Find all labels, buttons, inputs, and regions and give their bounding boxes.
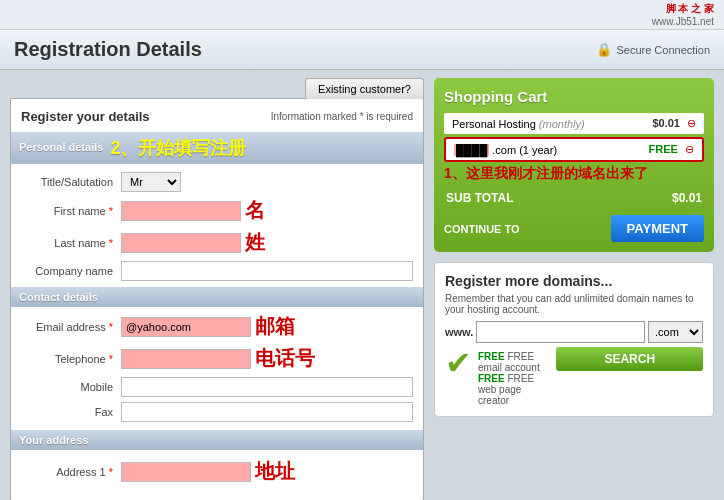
email-input[interactable] — [121, 317, 251, 337]
company-input[interactable] — [121, 261, 413, 281]
telephone-annotation: 电话号 — [255, 345, 315, 372]
personal-annotation: 2、开始填写注册 — [110, 138, 246, 158]
cart-item1-name: Personal Hosting (monthly) — [452, 118, 585, 130]
telephone-row: Telephone * 电话号 — [21, 345, 413, 372]
free2-badge: FREE — [478, 373, 505, 384]
lastname-annotation: 姓 — [245, 229, 265, 256]
lastname-input[interactable] — [121, 233, 241, 253]
address-section-header: Your address — [11, 430, 423, 450]
telephone-input[interactable] — [121, 349, 251, 369]
address1-input[interactable] — [121, 462, 251, 482]
firstname-annotation: 名 — [245, 197, 265, 224]
top-banner: 脚 本 之 家 www.Jb51.net — [0, 0, 724, 30]
tld-select[interactable]: .com .net .org .info — [648, 321, 703, 343]
firstname-row: First name * 名 — [21, 197, 413, 224]
cart-item1-price: $0.01 — [652, 117, 680, 129]
mobile-row: Mobile — [21, 377, 413, 397]
lastname-label: Last name * — [21, 237, 121, 249]
main-area: Existing customer? Register your details… — [0, 70, 724, 500]
secure-connection-badge: 🔒 Secure Connection — [596, 42, 710, 57]
cart-item2-price: FREE — [649, 143, 678, 155]
address1-row: Address 1 * 地址 — [21, 458, 413, 485]
fax-label: Fax — [21, 406, 121, 418]
register-more-title: Register more domains... — [445, 273, 703, 289]
register-more-panel: Register more domains... Remember that y… — [434, 262, 714, 417]
registration-form: Register your details Information marked… — [10, 98, 424, 500]
free1-badge: FREE — [478, 351, 505, 362]
page-title: Registration Details — [14, 38, 202, 61]
form-title: Register your details — [21, 109, 150, 124]
mobile-label: Mobile — [21, 381, 121, 393]
site-name: 脚 本 之 家 — [666, 2, 714, 16]
cart-item-hosting: Personal Hosting (monthly) $0.01 ⊖ — [444, 113, 704, 134]
email-annotation: 邮箱 — [255, 313, 295, 340]
cart-item1-remove[interactable]: ⊖ — [687, 117, 696, 129]
firstname-input[interactable] — [121, 201, 241, 221]
right-panel: Shopping Cart Personal Hosting (monthly)… — [434, 78, 714, 500]
fax-row: Fax — [21, 402, 413, 422]
cart-item-domain: ████ .com (1 year) FREE ⊖ — [444, 137, 704, 162]
www-label: www. — [445, 326, 473, 338]
email-row: Email address * 邮箱 — [21, 313, 413, 340]
cart-item1-price-area: $0.01 ⊖ — [652, 117, 696, 130]
shopping-cart: Shopping Cart Personal Hosting (monthly)… — [434, 78, 714, 252]
subtotal-label: SUB TOTAL — [446, 191, 514, 205]
fax-input[interactable] — [121, 402, 413, 422]
domain-search-row: www. .com .net .org .info — [445, 321, 703, 343]
existing-customer-tab-area: Existing customer? — [10, 78, 424, 99]
payment-button[interactable]: PAYMENT — [611, 215, 704, 242]
domain-annotation: 1、这里我刚才注册的域名出来了 — [444, 165, 704, 183]
cart-item2-remove[interactable]: ⊖ — [685, 143, 694, 155]
company-label: Company name — [21, 265, 121, 277]
form-header: Register your details Information marked… — [21, 109, 413, 124]
page-header: Registration Details 🔒 Secure Connection — [0, 30, 724, 70]
telephone-label: Telephone * — [21, 353, 121, 365]
lock-icon: 🔒 — [596, 42, 612, 57]
left-panel: Existing customer? Register your details… — [10, 78, 424, 500]
cart-item2-name: ████ .com (1 year) — [454, 144, 557, 156]
checkmark-icon: ✔ — [445, 347, 472, 379]
domain-search-button[interactable]: SEARCH — [556, 347, 703, 371]
existing-customer-button[interactable]: Existing customer? — [305, 78, 424, 99]
contact-section-header: Contact details — [11, 287, 423, 307]
lastname-row: Last name * 姓 — [21, 229, 413, 256]
email-label: Email address * — [21, 321, 121, 333]
continue-row: CONTINUE TO PAYMENT — [444, 215, 704, 242]
personal-section-header: Personal details 2、开始填写注册 — [11, 132, 423, 164]
title-label: Title/Salutation — [21, 176, 121, 188]
subtotal-price: $0.01 — [672, 191, 702, 205]
domain-search-input[interactable] — [476, 321, 645, 343]
title-row: Title/Salutation Mr Mrs Ms — [21, 172, 413, 192]
free-items: FREE FREE email account FREE FREE web pa… — [478, 351, 550, 406]
subtotal-row: SUB TOTAL $0.01 — [444, 187, 704, 209]
address1-label: Address 1 * — [21, 466, 121, 478]
register-more-desc: Remember that you can add unlimited doma… — [445, 293, 703, 315]
mobile-input[interactable] — [121, 377, 413, 397]
required-note: Information marked * is required — [271, 111, 413, 122]
cart-item2-price-area: FREE ⊖ — [649, 143, 694, 156]
site-info: 脚 本 之 家 www.Jb51.net — [652, 2, 714, 27]
address-annotation: 地址 — [255, 458, 295, 485]
firstname-label: First name * — [21, 205, 121, 217]
secure-label: Secure Connection — [616, 44, 710, 56]
continue-label: CONTINUE TO — [444, 223, 520, 235]
title-select[interactable]: Mr Mrs Ms — [121, 172, 181, 192]
site-url: www.Jb51.net — [652, 16, 714, 27]
company-row: Company name — [21, 261, 413, 281]
cart-title: Shopping Cart — [444, 88, 704, 105]
